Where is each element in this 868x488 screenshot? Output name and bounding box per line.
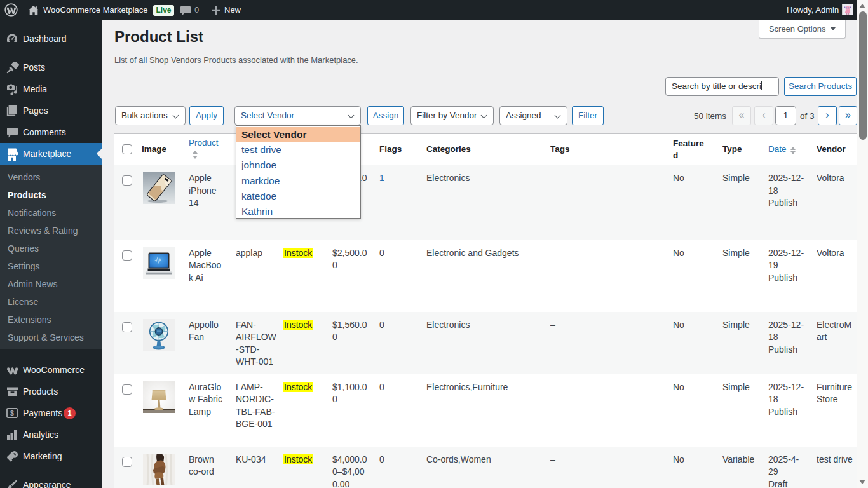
- svg-text:$: $: [10, 409, 14, 417]
